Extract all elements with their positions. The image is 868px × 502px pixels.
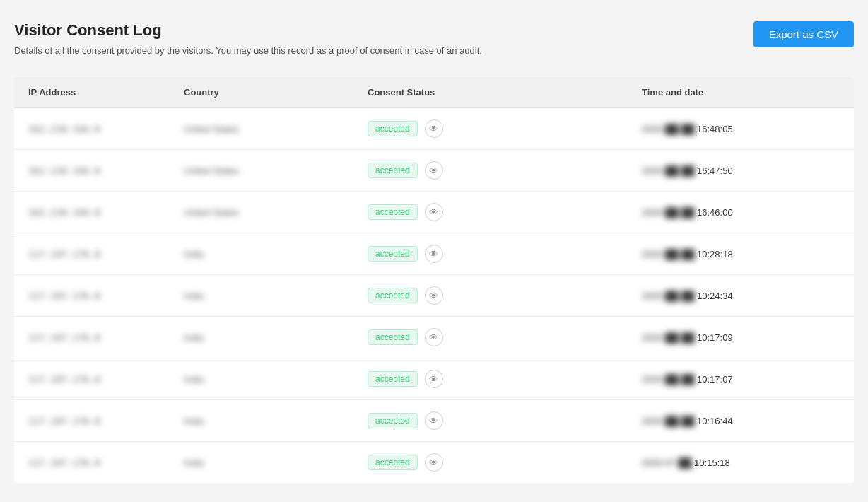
col-ip-address: IP Address <box>28 87 184 98</box>
datetime-cell: 2020-██-██ 16:48:05 <box>642 124 840 134</box>
ip-address-cell: 117.197.176.0 <box>28 457 184 468</box>
date-blurred: 2020-██-██ <box>642 416 694 426</box>
table-row: 117.197.176.0 India accepted 👁 2020-██-█… <box>14 317 854 358</box>
view-details-icon[interactable]: 👁 <box>425 161 443 180</box>
table-row: 117.197.176.0 India accepted 👁 2020-██-█… <box>14 233 854 275</box>
page-description: Details of all the consent provided by t… <box>14 45 482 56</box>
date-blurred: 2020-██-██ <box>642 249 694 259</box>
country-cell: India <box>184 291 368 301</box>
status-badge: accepted <box>368 163 418 178</box>
status-badge: accepted <box>368 246 418 262</box>
col-consent-status: Consent Status <box>368 87 642 98</box>
country-cell: India <box>184 374 368 385</box>
datetime-cell: 2020-██-██ 10:17:09 <box>642 332 840 343</box>
view-details-icon[interactable]: 👁 <box>425 203 443 221</box>
datetime-cell: 2020-██-██ 16:46:00 <box>642 207 840 218</box>
page-title: Visitor Consent Log <box>14 21 482 40</box>
datetime-cell: 2020-██-██ 16:47:50 <box>642 165 840 176</box>
status-badge: accepted <box>368 204 418 220</box>
view-details-icon[interactable]: 👁 <box>425 245 443 263</box>
ip-address-cell: 162.210.194.0 <box>28 124 184 134</box>
status-cell: accepted 👁 <box>368 286 642 305</box>
country-cell: India <box>184 249 368 259</box>
status-badge: accepted <box>368 413 418 428</box>
date-blurred: 2020-██-██ <box>642 332 694 343</box>
time-value: 16:48:05 <box>697 124 733 134</box>
ip-address-cell: 117.197.176.0 <box>28 374 184 385</box>
time-value: 16:46:00 <box>697 207 733 218</box>
date-blurred: 2020-██-██ <box>642 207 694 218</box>
country-cell: India <box>184 416 368 426</box>
status-cell: accepted 👁 <box>368 119 642 138</box>
time-value: 10:17:09 <box>697 332 733 343</box>
consent-log-table: IP Address Country Consent Status Time a… <box>14 77 854 483</box>
time-value: 10:16:44 <box>697 416 733 426</box>
country-cell: India <box>184 332 368 343</box>
table-row: 162.210.194.0 United States accepted 👁 2… <box>14 150 854 192</box>
header-text: Visitor Consent Log Details of all the c… <box>14 21 482 56</box>
datetime-cell: 2020-07-██ 10:15:18 <box>642 457 840 468</box>
date-blurred: 2020-██-██ <box>642 291 694 301</box>
table-row: 117.197.176.0 India accepted 👁 2020-██-█… <box>14 400 854 442</box>
table-header: IP Address Country Consent Status Time a… <box>14 77 854 108</box>
export-csv-button[interactable]: Export as CSV <box>753 21 854 47</box>
country-cell: United States <box>184 124 368 134</box>
date-blurred: 2020-██-██ <box>642 374 694 385</box>
table-row: 117.197.176.0 India accepted 👁 2020-██-█… <box>14 275 854 317</box>
date-blurred: 2020-██-██ <box>642 165 694 176</box>
view-details-icon[interactable]: 👁 <box>425 370 443 388</box>
date-blurred: 2020-07-██ <box>642 457 691 468</box>
ip-address-cell: 117.197.176.0 <box>28 249 184 259</box>
col-time-date: Time and date <box>642 87 840 98</box>
country-cell: United States <box>184 165 368 176</box>
view-details-icon[interactable]: 👁 <box>425 453 443 472</box>
table-body: 162.210.194.0 United States accepted 👁 2… <box>14 108 854 483</box>
country-cell: India <box>184 457 368 468</box>
status-cell: accepted 👁 <box>368 203 642 221</box>
view-details-icon[interactable]: 👁 <box>425 119 443 138</box>
status-cell: accepted 👁 <box>368 453 642 472</box>
table-row: 117.197.176.0 India accepted 👁 2020-07-█… <box>14 442 854 483</box>
status-badge: accepted <box>368 121 418 136</box>
status-badge: accepted <box>368 455 418 470</box>
status-badge: accepted <box>368 371 418 387</box>
col-country: Country <box>184 87 368 98</box>
datetime-cell: 2020-██-██ 10:28:18 <box>642 249 840 259</box>
ip-address-cell: 117.197.176.0 <box>28 416 184 426</box>
ip-address-cell: 162.210.194.0 <box>28 207 184 218</box>
view-details-icon[interactable]: 👁 <box>425 411 443 430</box>
time-value: 10:24:34 <box>697 291 733 301</box>
date-blurred: 2020-██-██ <box>642 124 694 134</box>
view-details-icon[interactable]: 👁 <box>425 286 443 305</box>
time-value: 10:17:07 <box>697 374 733 385</box>
datetime-cell: 2020-██-██ 10:24:34 <box>642 291 840 301</box>
status-cell: accepted 👁 <box>368 328 642 346</box>
status-cell: accepted 👁 <box>368 370 642 388</box>
status-cell: accepted 👁 <box>368 411 642 430</box>
page-header: Visitor Consent Log Details of all the c… <box>14 21 854 56</box>
status-badge: accepted <box>368 329 418 345</box>
country-cell: United States <box>184 207 368 218</box>
ip-address-cell: 117.197.176.0 <box>28 291 184 301</box>
status-badge: accepted <box>368 288 418 303</box>
datetime-cell: 2020-██-██ 10:17:07 <box>642 374 840 385</box>
status-cell: accepted 👁 <box>368 161 642 180</box>
view-details-icon[interactable]: 👁 <box>425 328 443 346</box>
table-row: 162.210.194.0 United States accepted 👁 2… <box>14 108 854 150</box>
time-value: 10:15:18 <box>694 457 730 468</box>
ip-address-cell: 162.210.194.0 <box>28 165 184 176</box>
datetime-cell: 2020-██-██ 10:16:44 <box>642 416 840 426</box>
table-row: 117.197.176.0 India accepted 👁 2020-██-█… <box>14 358 854 400</box>
time-value: 10:28:18 <box>697 249 733 259</box>
ip-address-cell: 117.197.176.0 <box>28 332 184 343</box>
status-cell: accepted 👁 <box>368 245 642 263</box>
time-value: 16:47:50 <box>697 165 733 176</box>
table-row: 162.210.194.0 United States accepted 👁 2… <box>14 192 854 233</box>
